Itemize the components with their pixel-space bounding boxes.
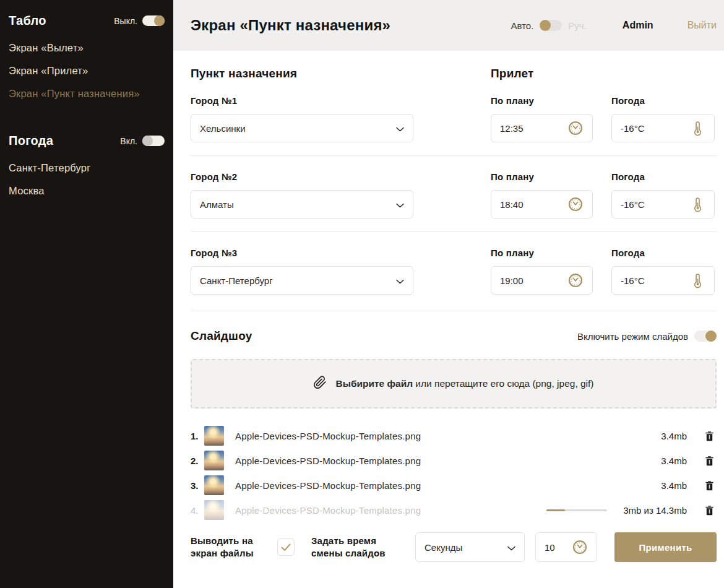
upload-text: Выбирите файл или перетащите его сюда (p…	[335, 378, 593, 389]
file-size: 3.4mb	[661, 431, 687, 441]
unit-select[interactable]: Секунды	[415, 532, 525, 562]
city-label: Город №3	[191, 248, 413, 258]
weather-toggle[interactable]	[142, 136, 165, 146]
clock-icon	[567, 196, 584, 212]
trash-icon	[705, 456, 714, 466]
admin-user: Admin	[623, 20, 653, 31]
file-row-1: 1. Apple-Devices-PSD-Mockup-Templates.pn…	[191, 423, 717, 448]
section-title-arrival: Прилет	[491, 67, 534, 80]
interval-input[interactable]	[545, 542, 567, 553]
sidebar-item-moscow[interactable]: Москва	[9, 179, 165, 202]
city-select-3[interactable]: Санкт-Петербург	[191, 266, 413, 295]
file-number: 1.	[191, 431, 204, 441]
slideshow-toggle[interactable]	[694, 331, 717, 342]
trash-icon	[705, 505, 714, 516]
file-row-3: 3. Apple-Devices-PSD-Mockup-Templates.pn…	[191, 473, 717, 498]
apply-button[interactable]: Применить	[614, 532, 717, 562]
sidebar-section-weather: Погода Вкл. Санкт-Петербург Москва	[9, 134, 165, 202]
city-select-value: Санкт-Петербург	[200, 275, 273, 286]
slide-interval-label: Задать время смены слайдов	[311, 535, 404, 560]
time-input-1[interactable]	[500, 123, 562, 134]
upload-text-bold: Выбирите файл	[335, 378, 413, 389]
delete-button[interactable]	[704, 456, 715, 466]
unit-select-value: Секунды	[424, 542, 462, 553]
interval-input-box	[535, 532, 597, 562]
city-row-1: Город №1 Хельсинки По плану Погода	[191, 95, 717, 142]
file-list: 1. Apple-Devices-PSD-Mockup-Templates.pn…	[191, 423, 717, 522]
temp-input-3[interactable]	[621, 275, 686, 286]
sidebar-item-spb[interactable]: Санкт-Петербург	[9, 157, 165, 179]
thermometer-icon	[691, 196, 705, 212]
file-row-4: 4. Apple-Devices-PSD-Mockup-Templates.pn…	[191, 498, 717, 522]
trash-icon	[705, 480, 714, 491]
clock-icon	[567, 272, 584, 288]
logout-link[interactable]: Выйти	[687, 20, 717, 31]
city-label: Город №2	[191, 171, 413, 182]
time-input-1-box	[491, 114, 593, 142]
file-thumbnail	[204, 426, 224, 446]
city-select-1[interactable]: Хельсинки	[191, 114, 413, 142]
file-thumbnail	[204, 500, 224, 520]
weather-label: Погода	[611, 95, 715, 106]
sidebar-weather-title: Погода	[9, 134, 53, 148]
temp-input-2[interactable]	[621, 199, 686, 210]
file-name: Apple-Devices-PSD-Mockup-Templates.png	[235, 456, 661, 466]
mode-auto-label: Авто.	[511, 20, 533, 31]
file-thumbnail	[204, 451, 224, 470]
thermometer-icon	[691, 272, 705, 288]
city-row-3: Город №3 Санкт-Петербург По плану Погода	[191, 248, 717, 295]
clock-icon	[572, 539, 588, 555]
mode-toggle[interactable]	[540, 20, 562, 31]
app-window: Табло Выкл. Экран «Вылет» Экран «Прилет»…	[0, 0, 724, 588]
file-size: 3.4mb	[661, 480, 687, 491]
footer-controls: Выводить на экран файлы Задать время сме…	[191, 532, 717, 562]
display-files-label: Выводить на экран файлы	[191, 535, 266, 560]
time-input-2[interactable]	[500, 199, 562, 210]
file-name: Apple-Devices-PSD-Mockup-Templates.png	[235, 505, 546, 516]
upload-text-rest: или перетащите его сюда (png, jpeg, gif)	[413, 378, 593, 389]
city-row-2: Город №2 Алматы По плану Погода	[191, 171, 717, 218]
file-name: Apple-Devices-PSD-Mockup-Templates.png	[235, 480, 661, 491]
upload-progress	[546, 509, 607, 511]
page-title: Экран «Пункт назначения»	[191, 17, 390, 34]
upload-dropzone[interactable]: Выбирите файл или перетащите его сюда (p…	[191, 359, 717, 409]
delete-button[interactable]	[704, 505, 715, 516]
paperclip-icon	[313, 376, 327, 392]
sidebar-board-title: Табло	[9, 14, 46, 28]
chevron-down-icon	[507, 542, 515, 553]
sidebar-item-destination[interactable]: Экран «Пункт назначения»	[9, 82, 165, 105]
delete-button[interactable]	[704, 431, 715, 441]
sidebar-item-arrival[interactable]: Экран «Прилет»	[9, 59, 165, 82]
chevron-down-icon	[396, 199, 404, 210]
board-toggle-label: Выкл.	[114, 16, 137, 26]
temp-input-1[interactable]	[621, 123, 686, 134]
temp-input-2-box	[611, 190, 715, 218]
sidebar-item-departure[interactable]: Экран «Вылет»	[9, 37, 165, 59]
time-input-3-box	[491, 266, 593, 295]
trash-icon	[705, 431, 714, 441]
weather-toggle-label: Вкл.	[120, 136, 137, 146]
weather-label: Погода	[611, 171, 715, 182]
city-select-2[interactable]: Алматы	[191, 190, 413, 218]
slideshow-title: Слайдшоу	[191, 329, 252, 343]
temp-input-3-box	[611, 266, 715, 295]
file-number: 2.	[191, 456, 204, 466]
plan-label: По плану	[491, 248, 593, 258]
plan-label: По плану	[491, 95, 593, 106]
city-select-value: Хельсинки	[200, 123, 246, 134]
time-input-3[interactable]	[500, 275, 562, 286]
main-area: Экран «Пункт назначения» Авто. Руч. Admi…	[173, 0, 724, 588]
file-size: 3.4mb	[661, 456, 687, 466]
file-number: 4.	[191, 505, 204, 516]
city-label: Город №1	[191, 95, 413, 106]
plan-label: По плану	[491, 171, 593, 182]
file-size: 3mb из 14.3mb	[623, 505, 687, 516]
file-number: 3.	[191, 480, 204, 491]
sidebar-section-board: Табло Выкл. Экран «Вылет» Экран «Прилет»…	[9, 14, 165, 105]
temp-input-1-box	[611, 114, 715, 142]
thermometer-icon	[691, 120, 705, 136]
delete-button[interactable]	[704, 480, 715, 491]
board-toggle[interactable]	[142, 15, 165, 26]
display-files-checkbox[interactable]	[277, 538, 295, 556]
slideshow-toggle-label: Включить режим слайдов	[577, 331, 688, 342]
